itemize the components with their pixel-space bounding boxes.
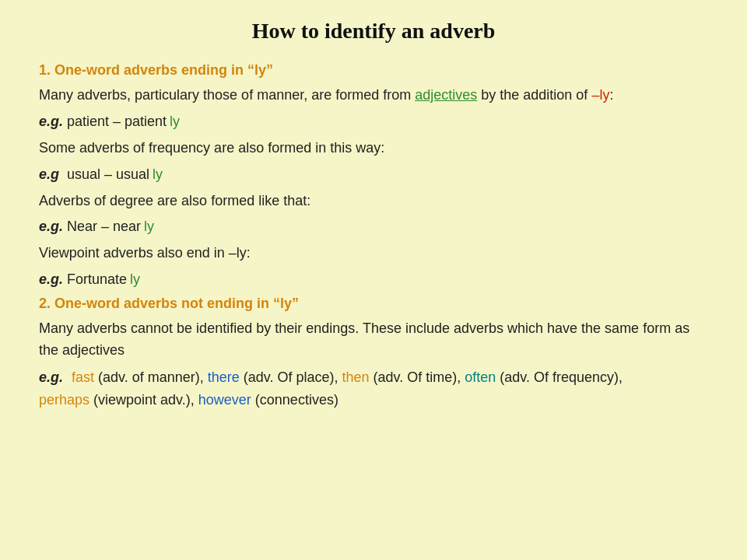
eg1-line: e.g. patient – patiently [39, 111, 708, 133]
adjectives-highlight: adjectives [415, 87, 477, 103]
eg1-text: patient – patient [67, 111, 167, 133]
eg-perhaps: perhaps [39, 389, 89, 411]
eg-however-desc: (connectives) [251, 389, 338, 411]
section1-p1-colon: : [609, 87, 613, 103]
section1-p4: Viewpoint adverbs also end in –ly: [39, 243, 708, 264]
eg4-label: e.g. [39, 269, 64, 291]
eg3-label: e.g. [39, 216, 64, 238]
section1-p2: Some adverbs of frequency are also forme… [39, 138, 708, 159]
section1-p1-text-before: Many adverbs, particulary those of manne… [39, 87, 415, 103]
section1-p3: Adverbs of degree are also formed like t… [39, 191, 708, 212]
eg1-ly: ly [170, 111, 180, 133]
eg2-label: e.g [39, 164, 64, 186]
eg3-text: Near – near [67, 216, 141, 238]
page-title: How to identify an adverb [39, 19, 708, 44]
eg-then: then [342, 366, 370, 389]
eg-fast-desc: (adv. of manner), [94, 366, 208, 389]
section2-heading: 2. One-word adverbs not ending in “ly” [39, 296, 708, 312]
eg1-label: e.g. [39, 111, 64, 133]
eg2-ly: ly [153, 164, 163, 186]
eg-fast: fast [72, 366, 94, 389]
eg3-line: e.g. Near – nearly [39, 216, 708, 238]
eg2-line: e.g usual – usually [39, 164, 708, 186]
eg-final-label: e.g. [39, 366, 64, 389]
eg-there: there [208, 366, 240, 389]
eg-there-desc: (adv. Of place), [240, 366, 342, 389]
eg4-ly: ly [130, 269, 140, 291]
page-container: How to identify an adverb 1. One-word ad… [16, 0, 731, 433]
eg-often-desc: (adv. Of frequency), [496, 366, 622, 389]
section1-p1-text-after: by the addition of [477, 87, 591, 103]
eg2-text: usual – usual [67, 164, 149, 186]
eg-final-spacer [64, 366, 72, 389]
eg4-line: e.g. Fortunately [39, 269, 708, 291]
eg-indent [622, 366, 669, 389]
eg-however: however [198, 389, 251, 411]
eg3-ly: ly [144, 216, 154, 238]
eg-perhaps-desc: (viewpoint adv.), [89, 389, 198, 411]
eg4-text: Fortunate [67, 269, 127, 291]
section1-p1: Many adverbs, particulary those of manne… [39, 85, 708, 107]
ly-suffix-highlight: –ly [591, 87, 609, 103]
section2-p1: Many adverbs cannot be identified by the… [39, 318, 708, 362]
eg-then-desc: (adv. Of time), [370, 366, 465, 389]
eg-final-line: e.g. fast (adv. of manner), there (adv. … [39, 366, 708, 411]
eg-often: often [465, 366, 496, 389]
section1-heading: 1. One-word adverbs ending in “ly” [39, 62, 708, 79]
